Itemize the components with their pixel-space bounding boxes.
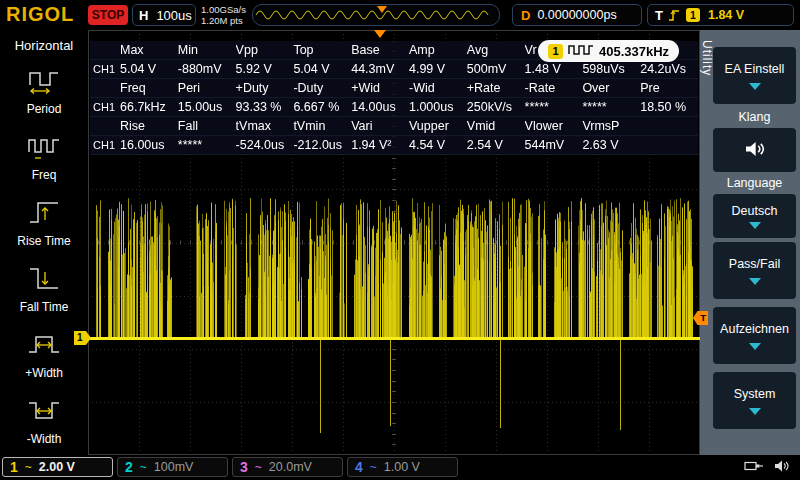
delay-box[interactable]: D 0.00000000ps [512,4,642,26]
menu-item-minus-width[interactable]: -Width [0,384,88,450]
chevron-down-icon [749,222,761,229]
measure-value-cell: ***** [178,136,236,154]
measure-value-cell: 598uVs [582,60,640,78]
aufzeichnen-button[interactable]: Aufzeichnen [713,307,796,364]
menu-item-freq[interactable]: Freq [0,120,88,186]
channel-scale: 1.00 V [384,460,420,474]
coupling-icon: ~ [370,460,377,474]
channel-2-status[interactable]: 2 ~ 100mV [117,457,228,477]
measure-header-cell: -Rate [525,79,583,97]
measure-value-cell: 24.2uVs [640,60,698,78]
top-status-bar: RIGOL STOP H 100us 1.00GSa/s 1.20M pts D… [0,0,800,30]
measure-header-cell: Avg [467,41,525,59]
measure-value-cell: 15.00us [178,98,236,116]
ea-einstell-button[interactable]: EA Einstell [713,47,796,104]
measure-value-cell: -212.0us [293,136,351,154]
measure-header-cell: Vmid [467,117,525,135]
measure-header-cell: Vlower [525,117,583,135]
aufzeichnen-label: Aufzeichnen [720,322,789,336]
menu-item-fall-time[interactable]: Fall Time [0,252,88,318]
horizontal-timebase-box[interactable]: H 100us [132,4,196,26]
h-label: H [139,8,148,23]
channel-scale: 20.0mV [269,460,312,474]
chevron-down-icon [749,408,761,415]
measure-value-cell: 5.04 V [120,60,178,78]
measure-header-cell: Vari [351,117,409,135]
language-value: Deutsch [732,204,778,218]
measure-header-cell: Vupper [409,117,467,135]
channel-3-status[interactable]: 3 ~ 20.0mV [232,457,343,477]
channel-number: 1 [10,459,18,475]
channel-number: 4 [355,459,363,475]
klang-button[interactable] [713,128,796,172]
measure-header-cell [640,117,698,135]
channel-1-status[interactable]: 1 ~ 2.00 V [2,457,113,477]
measure-header-row: RiseFalltVmaxtVminVariVupperVmidVlowerVr… [90,117,698,136]
pass-fail-button[interactable]: Pass/Fail [713,242,796,299]
measure-value-cell: ***** [525,98,583,116]
menu-item-label: Rise Time [17,234,70,248]
trigger-position-marker[interactable] [374,30,386,38]
measure-value-cell [640,136,698,154]
measure-header-cell: +Rate [467,79,525,97]
channel-number: 3 [240,459,248,475]
measure-value-cell: 93.33 % [236,98,294,116]
horizontal-measure-menu: Horizontal Period Freq [0,30,88,455]
measure-header-cell: tVmin [293,117,351,135]
channel-number: 2 [125,459,133,475]
utility-tab-label: Utility [700,40,714,76]
coupling-icon: ~ [255,460,262,474]
period-icon [27,66,61,100]
chevron-down-icon [749,83,761,90]
measure-row-label [90,79,120,97]
measure-header-cell: Vpp [236,41,294,59]
channel-scale: 100mV [154,460,194,474]
measure-value-cell: 18.50 % [640,98,698,116]
menu-item-label: -Width [27,432,62,446]
menu-item-label: Freq [32,168,57,182]
menu-item-label: Fall Time [20,300,69,314]
preview-waveform-icon [253,5,499,25]
trigger-box[interactable]: T 1 1.84 V [647,4,794,26]
measure-value-cell: 5.92 V [236,60,294,78]
measure-value-row: CH116.00us*****-524.0us-212.0us1.94 V²4.… [90,136,698,155]
chevron-down-icon [749,343,761,350]
measure-row-label: CH1 [90,98,120,116]
measure-value-cell: 4.54 V [409,136,467,154]
channel-4-status[interactable]: 4 ~ 1.00 V [347,457,458,477]
memory-depth-value: 1.20M pts [201,15,246,26]
measure-value-row: CH15.04 V-880mV5.92 V5.04 V44.3mV4.99 V5… [90,60,698,79]
measure-row-label: CH1 [90,60,120,78]
measure-value-cell: 6.667 % [293,98,351,116]
frequency-counter-badge: 1 405.337kHz [538,40,679,62]
measure-header-row: FreqPeri+Duty-Duty+Wid-Wid+Rate-RateOver… [90,79,698,98]
measure-value-cell: -880mV [178,60,236,78]
coupling-icon: ~ [140,460,147,474]
trigger-label: T [655,8,663,23]
measure-header-cell: Amp [409,41,467,59]
measure-header-cell: +Duty [236,79,294,97]
measure-header-cell: Top [293,41,351,59]
minus-width-icon [27,396,61,430]
language-button[interactable]: Deutsch [713,194,796,238]
waveform-preview-bar [252,4,500,26]
counter-channel-badge: 1 [548,44,563,59]
language-label: Language [713,176,796,190]
menu-item-plus-width[interactable]: +Width [0,318,88,384]
run-state-badge: STOP [88,5,128,25]
square-wave-icon [568,42,594,60]
utility-menu: Utility EA Einstell Klang Language Deuts… [700,30,800,455]
measure-header-cell: Peri [178,79,236,97]
speaker-icon [774,459,790,477]
menu-item-rise-time[interactable]: Rise Time [0,186,88,252]
measure-value-cell: 66.7kHz [120,98,178,116]
measure-header-cell: -Wid [409,79,467,97]
menu-item-period[interactable]: Period [0,54,88,120]
system-button[interactable]: System [713,372,796,429]
delay-label: D [521,8,530,23]
measure-value-cell: 16.00us [120,136,178,154]
measure-row-label: CH1 [90,136,120,154]
measure-value-cell: 2.63 V [582,136,640,154]
measure-header-cell: Rise [120,117,178,135]
menu-item-label: Period [27,102,62,116]
